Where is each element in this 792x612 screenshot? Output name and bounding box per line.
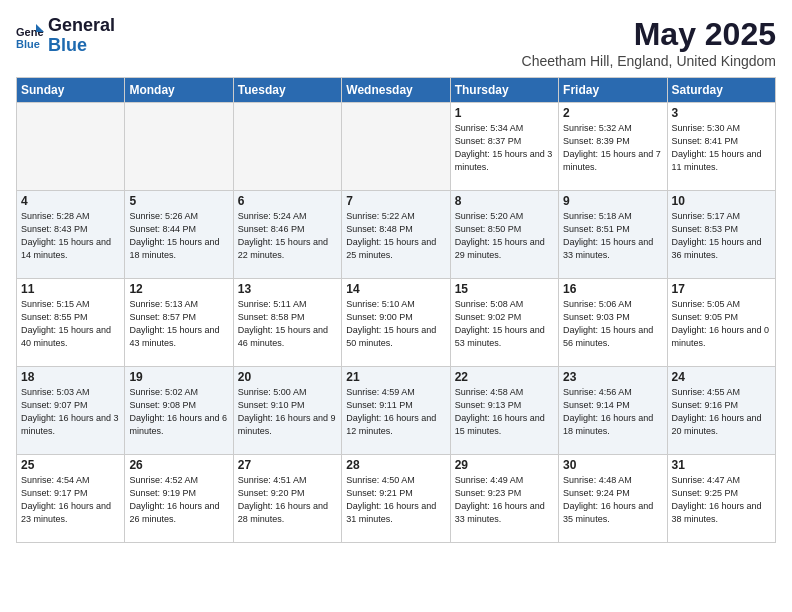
day-info: Sunrise: 5:13 AM Sunset: 8:57 PM Dayligh… [129, 298, 228, 350]
calendar-day: 16Sunrise: 5:06 AM Sunset: 9:03 PM Dayli… [559, 279, 667, 367]
day-info: Sunrise: 4:55 AM Sunset: 9:16 PM Dayligh… [672, 386, 771, 438]
day-number: 19 [129, 370, 228, 384]
day-info: Sunrise: 5:28 AM Sunset: 8:43 PM Dayligh… [21, 210, 120, 262]
day-number: 29 [455, 458, 554, 472]
day-info: Sunrise: 5:17 AM Sunset: 8:53 PM Dayligh… [672, 210, 771, 262]
calendar-day [17, 103, 125, 191]
calendar-day: 1Sunrise: 5:34 AM Sunset: 8:37 PM Daylig… [450, 103, 558, 191]
calendar-day: 11Sunrise: 5:15 AM Sunset: 8:55 PM Dayli… [17, 279, 125, 367]
day-info: Sunrise: 5:08 AM Sunset: 9:02 PM Dayligh… [455, 298, 554, 350]
calendar-day: 17Sunrise: 5:05 AM Sunset: 9:05 PM Dayli… [667, 279, 775, 367]
calendar-day: 19Sunrise: 5:02 AM Sunset: 9:08 PM Dayli… [125, 367, 233, 455]
day-number: 13 [238, 282, 337, 296]
day-number: 21 [346, 370, 445, 384]
weekday-header: Monday [125, 78, 233, 103]
day-number: 26 [129, 458, 228, 472]
day-info: Sunrise: 5:22 AM Sunset: 8:48 PM Dayligh… [346, 210, 445, 262]
day-info: Sunrise: 5:18 AM Sunset: 8:51 PM Dayligh… [563, 210, 662, 262]
day-number: 11 [21, 282, 120, 296]
day-info: Sunrise: 5:03 AM Sunset: 9:07 PM Dayligh… [21, 386, 120, 438]
calendar-day: 28Sunrise: 4:50 AM Sunset: 9:21 PM Dayli… [342, 455, 450, 543]
calendar-day: 15Sunrise: 5:08 AM Sunset: 9:02 PM Dayli… [450, 279, 558, 367]
day-info: Sunrise: 5:00 AM Sunset: 9:10 PM Dayligh… [238, 386, 337, 438]
day-number: 3 [672, 106, 771, 120]
day-number: 20 [238, 370, 337, 384]
calendar-day: 10Sunrise: 5:17 AM Sunset: 8:53 PM Dayli… [667, 191, 775, 279]
day-number: 2 [563, 106, 662, 120]
calendar-day: 26Sunrise: 4:52 AM Sunset: 9:19 PM Dayli… [125, 455, 233, 543]
calendar: SundayMondayTuesdayWednesdayThursdayFrid… [16, 77, 776, 543]
day-number: 31 [672, 458, 771, 472]
calendar-day [342, 103, 450, 191]
calendar-day [233, 103, 341, 191]
day-info: Sunrise: 5:34 AM Sunset: 8:37 PM Dayligh… [455, 122, 554, 174]
day-info: Sunrise: 5:06 AM Sunset: 9:03 PM Dayligh… [563, 298, 662, 350]
calendar-day: 9Sunrise: 5:18 AM Sunset: 8:51 PM Daylig… [559, 191, 667, 279]
day-number: 14 [346, 282, 445, 296]
calendar-day: 18Sunrise: 5:03 AM Sunset: 9:07 PM Dayli… [17, 367, 125, 455]
day-number: 12 [129, 282, 228, 296]
day-number: 4 [21, 194, 120, 208]
calendar-week-row: 11Sunrise: 5:15 AM Sunset: 8:55 PM Dayli… [17, 279, 776, 367]
logo-general: General [48, 16, 115, 36]
day-info: Sunrise: 4:51 AM Sunset: 9:20 PM Dayligh… [238, 474, 337, 526]
calendar-day: 3Sunrise: 5:30 AM Sunset: 8:41 PM Daylig… [667, 103, 775, 191]
day-number: 10 [672, 194, 771, 208]
day-number: 6 [238, 194, 337, 208]
day-number: 22 [455, 370, 554, 384]
logo-blue: Blue [48, 36, 115, 56]
day-number: 23 [563, 370, 662, 384]
weekday-header: Sunday [17, 78, 125, 103]
calendar-day: 29Sunrise: 4:49 AM Sunset: 9:23 PM Dayli… [450, 455, 558, 543]
day-number: 28 [346, 458, 445, 472]
day-info: Sunrise: 4:54 AM Sunset: 9:17 PM Dayligh… [21, 474, 120, 526]
calendar-day: 25Sunrise: 4:54 AM Sunset: 9:17 PM Dayli… [17, 455, 125, 543]
day-number: 5 [129, 194, 228, 208]
calendar-day: 8Sunrise: 5:20 AM Sunset: 8:50 PM Daylig… [450, 191, 558, 279]
day-info: Sunrise: 5:15 AM Sunset: 8:55 PM Dayligh… [21, 298, 120, 350]
calendar-day: 23Sunrise: 4:56 AM Sunset: 9:14 PM Dayli… [559, 367, 667, 455]
month-title: May 2025 [522, 16, 776, 53]
day-number: 18 [21, 370, 120, 384]
day-number: 27 [238, 458, 337, 472]
calendar-day: 24Sunrise: 4:55 AM Sunset: 9:16 PM Dayli… [667, 367, 775, 455]
calendar-week-row: 18Sunrise: 5:03 AM Sunset: 9:07 PM Dayli… [17, 367, 776, 455]
day-number: 24 [672, 370, 771, 384]
day-info: Sunrise: 5:10 AM Sunset: 9:00 PM Dayligh… [346, 298, 445, 350]
title-block: May 2025 Cheetham Hill, England, United … [522, 16, 776, 69]
day-info: Sunrise: 5:26 AM Sunset: 8:44 PM Dayligh… [129, 210, 228, 262]
calendar-day: 31Sunrise: 4:47 AM Sunset: 9:25 PM Dayli… [667, 455, 775, 543]
day-info: Sunrise: 5:30 AM Sunset: 8:41 PM Dayligh… [672, 122, 771, 174]
calendar-day: 27Sunrise: 4:51 AM Sunset: 9:20 PM Dayli… [233, 455, 341, 543]
calendar-day: 20Sunrise: 5:00 AM Sunset: 9:10 PM Dayli… [233, 367, 341, 455]
day-info: Sunrise: 5:11 AM Sunset: 8:58 PM Dayligh… [238, 298, 337, 350]
day-info: Sunrise: 4:59 AM Sunset: 9:11 PM Dayligh… [346, 386, 445, 438]
day-info: Sunrise: 5:24 AM Sunset: 8:46 PM Dayligh… [238, 210, 337, 262]
day-number: 8 [455, 194, 554, 208]
calendar-day: 4Sunrise: 5:28 AM Sunset: 8:43 PM Daylig… [17, 191, 125, 279]
calendar-day: 30Sunrise: 4:48 AM Sunset: 9:24 PM Dayli… [559, 455, 667, 543]
day-number: 9 [563, 194, 662, 208]
calendar-day: 22Sunrise: 4:58 AM Sunset: 9:13 PM Dayli… [450, 367, 558, 455]
calendar-week-row: 4Sunrise: 5:28 AM Sunset: 8:43 PM Daylig… [17, 191, 776, 279]
day-info: Sunrise: 4:58 AM Sunset: 9:13 PM Dayligh… [455, 386, 554, 438]
weekday-header: Thursday [450, 78, 558, 103]
day-number: 30 [563, 458, 662, 472]
day-number: 25 [21, 458, 120, 472]
weekday-header: Tuesday [233, 78, 341, 103]
calendar-day: 2Sunrise: 5:32 AM Sunset: 8:39 PM Daylig… [559, 103, 667, 191]
day-info: Sunrise: 5:02 AM Sunset: 9:08 PM Dayligh… [129, 386, 228, 438]
day-info: Sunrise: 5:20 AM Sunset: 8:50 PM Dayligh… [455, 210, 554, 262]
day-info: Sunrise: 4:52 AM Sunset: 9:19 PM Dayligh… [129, 474, 228, 526]
calendar-day: 6Sunrise: 5:24 AM Sunset: 8:46 PM Daylig… [233, 191, 341, 279]
weekday-header: Friday [559, 78, 667, 103]
calendar-day: 14Sunrise: 5:10 AM Sunset: 9:00 PM Dayli… [342, 279, 450, 367]
logo-icon: General Blue [16, 22, 44, 50]
calendar-day: 21Sunrise: 4:59 AM Sunset: 9:11 PM Dayli… [342, 367, 450, 455]
calendar-week-row: 1Sunrise: 5:34 AM Sunset: 8:37 PM Daylig… [17, 103, 776, 191]
calendar-day [125, 103, 233, 191]
svg-text:Blue: Blue [16, 38, 40, 50]
day-info: Sunrise: 4:47 AM Sunset: 9:25 PM Dayligh… [672, 474, 771, 526]
weekday-header-row: SundayMondayTuesdayWednesdayThursdayFrid… [17, 78, 776, 103]
calendar-day: 13Sunrise: 5:11 AM Sunset: 8:58 PM Dayli… [233, 279, 341, 367]
